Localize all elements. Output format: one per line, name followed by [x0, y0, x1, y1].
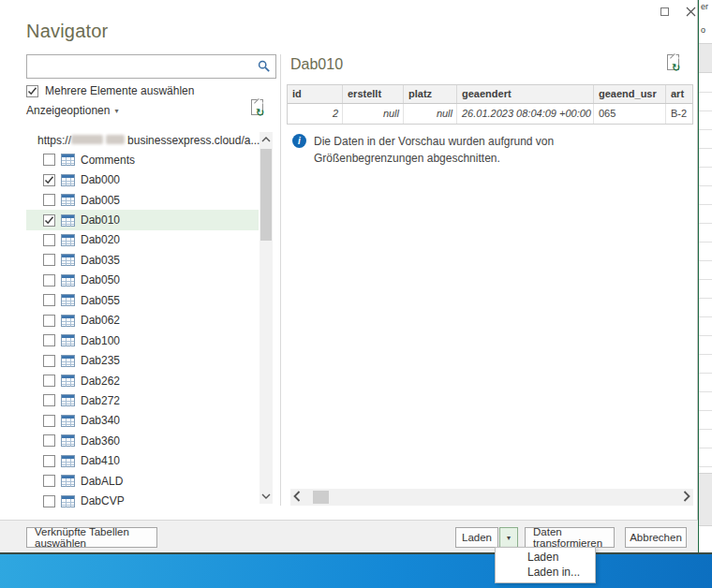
- close-icon: [686, 7, 696, 17]
- checkbox[interactable]: [43, 455, 55, 467]
- table-icon: [61, 274, 75, 287]
- checkbox[interactable]: [43, 415, 55, 427]
- checkbox[interactable]: [43, 394, 55, 406]
- checkbox[interactable]: [43, 375, 55, 387]
- scroll-right-arrow[interactable]: [683, 490, 690, 507]
- checkbox[interactable]: [43, 154, 55, 166]
- tree-root-node[interactable]: https://businessexpress.cloud/a...: [26, 130, 259, 150]
- maximize-button[interactable]: [656, 4, 673, 19]
- tree-item-dab055[interactable]: Dab055: [26, 290, 259, 310]
- tree-item-dab235[interactable]: Dab235: [26, 350, 259, 370]
- tree-item-dab005[interactable]: Dab005: [26, 190, 259, 210]
- table-cell: B-2: [666, 104, 693, 124]
- checkbox[interactable]: [43, 254, 55, 266]
- tree-item-label: Dab005: [81, 194, 120, 207]
- tree-item-dab000[interactable]: Dab000: [26, 169, 259, 189]
- checkbox[interactable]: [43, 315, 55, 327]
- tree-item-comments[interactable]: Comments: [26, 150, 259, 169]
- checkbox[interactable]: [43, 355, 55, 367]
- tree-item-label: Dab100: [81, 334, 120, 347]
- tree-item-label: Dab010: [81, 213, 120, 227]
- scroll-up-arrow[interactable]: [260, 132, 273, 147]
- check-icon: [44, 215, 54, 226]
- dialog-title: Navigator: [26, 21, 108, 42]
- excel-text-fragment: o: [701, 25, 705, 35]
- multi-select-row[interactable]: Mehrere Elemente auswählen: [26, 84, 194, 97]
- panel-divider: [280, 54, 281, 506]
- load-split-arrow-button[interactable]: ▾: [499, 527, 518, 548]
- tree-item-label: Dab020: [81, 233, 120, 246]
- menu-item-laden-in---[interactable]: Laden in...: [496, 565, 595, 580]
- checkbox[interactable]: [43, 234, 55, 246]
- tree-item-dab062[interactable]: Dab062: [26, 311, 259, 331]
- tree-item-dab050[interactable]: Dab050: [26, 271, 259, 290]
- checkbox[interactable]: [43, 434, 55, 447]
- checkbox[interactable]: [43, 174, 55, 186]
- column-header-erstellt[interactable]: erstellt: [343, 85, 404, 103]
- source-url: https://businessexpress.cloud/a...: [37, 134, 260, 147]
- tree-item-dab272[interactable]: Dab272: [26, 390, 259, 410]
- select-related-tables-button[interactable]: Verknüpfte Tabellen auswählen: [26, 527, 157, 548]
- refresh-preview-button[interactable]: ↻: [667, 54, 683, 73]
- tree-item-dab020[interactable]: Dab020: [26, 230, 259, 250]
- tree-item-label: Dab272: [81, 394, 120, 407]
- multi-select-checkbox[interactable]: [26, 85, 38, 97]
- table-icon: [61, 434, 75, 447]
- table-icon: [61, 475, 75, 487]
- column-header-id[interactable]: id: [288, 85, 343, 103]
- checkbox[interactable]: [43, 214, 55, 227]
- tree-item-label: Dab000: [81, 173, 120, 186]
- checkbox[interactable]: [43, 294, 55, 306]
- table-icon: [61, 415, 75, 427]
- column-header-geaend_usr[interactable]: geaend_usr: [594, 85, 666, 103]
- checkbox[interactable]: [43, 274, 55, 287]
- tree-item-label: Dab410: [81, 454, 120, 467]
- refresh-icon: ↻: [256, 107, 264, 119]
- menu-item-laden[interactable]: Laden: [496, 550, 595, 565]
- checkbox[interactable]: [43, 194, 55, 206]
- tree-item-dab410[interactable]: Dab410: [26, 451, 259, 471]
- tree-item-label: DabALD: [81, 475, 123, 488]
- table-cell: 065: [594, 104, 666, 124]
- column-header-geaendert[interactable]: geaendert: [457, 85, 594, 103]
- refresh-preview-button[interactable]: ↻: [251, 99, 267, 118]
- tree-item-dab340[interactable]: Dab340: [26, 411, 259, 431]
- load-button[interactable]: Laden: [455, 527, 498, 548]
- tree-item-dabcvp[interactable]: DabCVP: [26, 491, 259, 510]
- tree-item-dab010[interactable]: Dab010: [26, 210, 259, 229]
- tree-item-dabald[interactable]: DabALD: [26, 471, 259, 491]
- column-header-art[interactable]: art: [666, 85, 693, 103]
- preview-scrollbar[interactable]: [290, 489, 693, 506]
- tree-scrollbar[interactable]: [260, 132, 273, 504]
- cancel-button[interactable]: Abbrechen: [625, 527, 687, 548]
- display-options-dropdown[interactable]: Anzeigeoptionen ▾: [26, 104, 118, 117]
- transform-data-button[interactable]: Daten transformieren: [525, 527, 615, 548]
- tree-item-dab262[interactable]: Dab262: [26, 371, 259, 390]
- checkbox[interactable]: [43, 334, 55, 346]
- preview-table: iderstelltplatzgeaendertgeaend_usrart 2n…: [287, 84, 693, 125]
- search-icon[interactable]: [258, 60, 271, 73]
- tree-item-dab360[interactable]: Dab360: [26, 431, 259, 450]
- excel-worksheet-strip: er o: [699, 0, 712, 552]
- column-header-platz[interactable]: platz: [404, 85, 457, 103]
- scroll-left-arrow[interactable]: [293, 490, 301, 507]
- search-input[interactable]: [31, 56, 254, 77]
- scroll-down-arrow[interactable]: [260, 489, 273, 504]
- table-icon: [61, 254, 75, 266]
- table-icon: [61, 154, 75, 166]
- tree-item-dab100[interactable]: Dab100: [26, 331, 259, 350]
- checkbox[interactable]: [43, 475, 55, 487]
- table-icon: [61, 234, 75, 246]
- checkbox[interactable]: [43, 495, 55, 507]
- scrollbar-thumb[interactable]: [260, 149, 272, 241]
- table-icon: [61, 214, 75, 227]
- scrollbar-thumb[interactable]: [313, 491, 329, 504]
- excel-header-block: [699, 43, 712, 73]
- close-button[interactable]: [682, 4, 699, 19]
- tree-item-label: Dab235: [81, 354, 120, 367]
- table-icon: [61, 394, 75, 406]
- excel-grid-rows: [699, 74, 712, 473]
- table-cell: null: [404, 104, 457, 124]
- truncation-message: Die Daten in der Vorschau wurden aufgrun…: [314, 133, 623, 167]
- tree-item-dab035[interactable]: Dab035: [26, 250, 259, 270]
